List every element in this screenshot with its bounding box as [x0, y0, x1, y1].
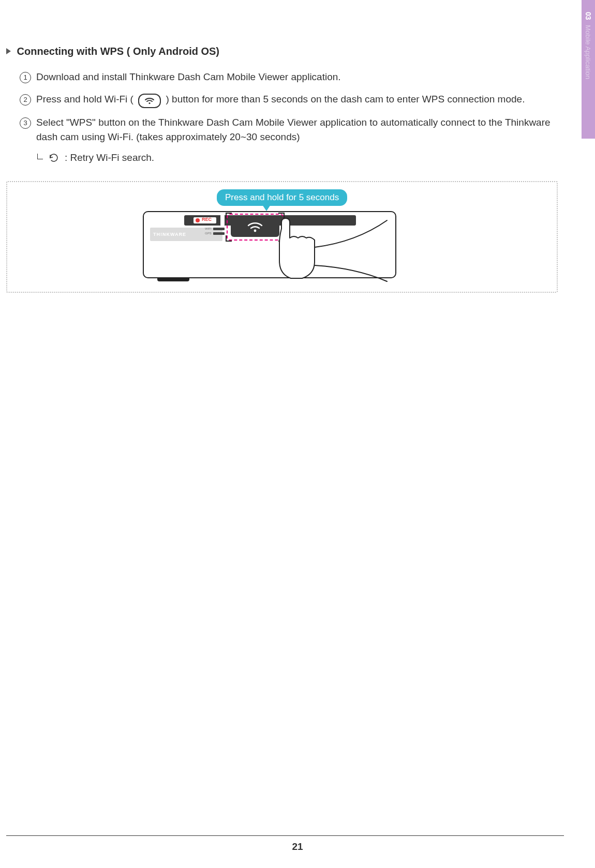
- callout-bubble: Press and hold for 5 seconds: [217, 189, 347, 206]
- rec-indicator: REC: [202, 217, 212, 222]
- step-2: 2 Press and hold Wi-Fi ( ) button for mo…: [20, 92, 558, 108]
- chapter-number: 03: [584, 12, 592, 20]
- page-number: 21: [292, 841, 303, 852]
- step-1: 1 Download and install Thinkware Dash Ca…: [20, 70, 558, 85]
- chapter-side-tab: 03 Mobile Application: [582, 0, 595, 139]
- device-indicator-labels: WIFI GPS: [205, 227, 225, 236]
- dashcam-illustration: REC TH!NKWARE WIFI GPS: [143, 211, 396, 278]
- retry-text: : Retry Wi-Fi search.: [65, 152, 154, 163]
- section-heading: Connecting with WPS ( Only Android OS): [6, 46, 558, 57]
- hand-pointer-icon: [278, 216, 392, 286]
- svg-point-1: [254, 229, 257, 232]
- triangle-bullet-icon: [6, 48, 11, 54]
- step-number-badge: 2: [20, 94, 31, 106]
- step-number-badge: 3: [20, 117, 31, 129]
- sublist-corner-icon: [37, 154, 43, 159]
- step-text: Press and hold Wi-Fi ( ) button for more…: [36, 92, 558, 108]
- step-text: Select "WPS" button on the Thinkware Das…: [36, 115, 558, 145]
- step-number-badge: 1: [20, 72, 31, 83]
- step-text: Download and install Thinkware Dash Cam …: [36, 70, 558, 85]
- refresh-icon: [48, 152, 60, 163]
- wifi-icon: [138, 94, 161, 108]
- diagram-container: Press and hold for 5 seconds REC TH!NKWA…: [6, 181, 558, 293]
- chapter-title: Mobile Application: [584, 25, 592, 79]
- steps-list: 1 Download and install Thinkware Dash Ca…: [6, 70, 558, 145]
- wifi-button-highlight: [227, 214, 284, 241]
- wifi-button-icon: [231, 217, 279, 237]
- retry-note: : Retry Wi-Fi search.: [37, 152, 558, 163]
- svg-point-0: [149, 102, 151, 103]
- section-title-text: Connecting with WPS ( Only Android OS): [17, 46, 219, 57]
- page-footer: 21: [0, 827, 595, 852]
- step-3: 3 Select "WPS" button on the Thinkware D…: [20, 115, 558, 145]
- device-brand-label: TH!NKWARE: [153, 232, 186, 237]
